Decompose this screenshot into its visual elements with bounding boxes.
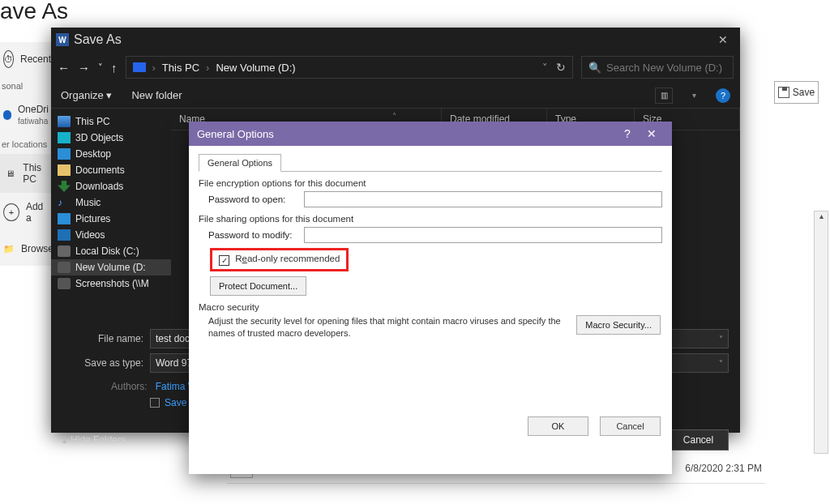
forward-button[interactable]: →	[78, 61, 90, 75]
chevron-right-icon: ›	[206, 62, 209, 74]
tree-local-disk-c[interactable]: Local Disk (C:)	[51, 243, 171, 259]
chevron-down-icon[interactable]: ˅	[719, 359, 723, 368]
drive-icon	[58, 246, 71, 257]
sharing-section-label: File sharing options for this document	[199, 214, 662, 224]
add-label: Add a	[26, 201, 49, 224]
address-bar-row: ← → ˅ ↑ › This PC › New Volume (D:) ˅ ↻ …	[51, 52, 740, 83]
cancel-button[interactable]: Cancel	[600, 416, 661, 436]
macro-description: Adjust the security level for opening fi…	[208, 315, 567, 340]
chevron-down-icon[interactable]: ˅	[719, 335, 723, 344]
tree-label: Music	[75, 197, 101, 208]
onedrive-label: OneDri	[18, 104, 49, 115]
otherloc-header: er locations	[0, 135, 52, 154]
tree-documents[interactable]: Documents	[51, 162, 171, 178]
tree-videos[interactable]: Videos	[51, 227, 171, 243]
cloud-icon	[3, 110, 11, 120]
add-place-item[interactable]: + Add a	[0, 193, 52, 232]
save-as-title: Save As	[74, 32, 122, 47]
tree-screenshots[interactable]: Screenshots (\\M	[51, 275, 171, 292]
up-button[interactable]: ↑	[111, 61, 118, 75]
tree-new-volume-d[interactable]: New Volume (D:	[51, 259, 171, 275]
close-button[interactable]: ✕	[640, 127, 664, 140]
tree-label: Pictures	[75, 213, 110, 224]
floppy-icon	[778, 87, 789, 98]
general-options-body: General Options File encryption options …	[189, 146, 672, 446]
cancel-button[interactable]: Cancel	[668, 429, 729, 451]
authors-label: Authors:	[62, 381, 156, 392]
tree-label: Documents	[75, 164, 125, 176]
hide-folders-button[interactable]: Hide Folders	[62, 434, 126, 446]
help-button[interactable]: ?	[615, 127, 640, 140]
save-button[interactable]: Save	[774, 81, 819, 104]
password-open-input[interactable]	[304, 191, 662, 207]
breadcrumb[interactable]: New Volume (D:)	[216, 62, 295, 74]
help-button[interactable]: ?	[716, 88, 730, 103]
tree-3d-objects[interactable]: 3D Objects	[51, 130, 171, 146]
macro-section-label: Macro security	[199, 302, 662, 312]
recent-item[interactable]: ⏱ Recent	[0, 42, 52, 76]
tree-music[interactable]: ♪Music	[51, 194, 171, 211]
pc-icon	[133, 62, 146, 72]
onedrive-item[interactable]: OneDri fatiwaha	[0, 96, 52, 135]
password-open-label: Password to open:	[208, 194, 304, 204]
new-folder-button[interactable]: New folder	[131, 89, 182, 101]
scroll-up-icon[interactable]: ▴	[815, 211, 828, 224]
plus-icon: +	[3, 203, 19, 221]
save-button-label: Save	[793, 87, 815, 98]
browse-item[interactable]: 📁 Browse	[0, 232, 52, 266]
tree-label: New Volume (D:	[75, 262, 146, 273]
pc-icon	[58, 116, 71, 127]
savetype-label: Save as type:	[62, 357, 150, 369]
pictures-icon	[58, 213, 71, 224]
tree-this-pc[interactable]: This PC	[51, 113, 171, 130]
checkbox-icon	[150, 398, 160, 408]
search-icon: 🔍	[588, 62, 601, 74]
search-input[interactable]: 🔍 Search New Volume (D:)	[581, 56, 734, 79]
thispc-item[interactable]: 🖥 This PC	[0, 154, 52, 193]
filename-label: File name:	[62, 333, 150, 344]
list-item-date: 6/8/2020 2:31 PM	[685, 463, 762, 474]
general-options-tab[interactable]: General Options	[199, 154, 281, 172]
encryption-section-label: File encryption options for this documen…	[199, 178, 662, 188]
tree-pictures[interactable]: Pictures	[51, 211, 171, 227]
pc-icon: 🖥	[3, 164, 16, 182]
protect-document-button[interactable]: Protect Document...	[210, 276, 306, 296]
ok-button[interactable]: OK	[528, 416, 588, 436]
chevron-down-icon[interactable]: ˅	[542, 62, 548, 74]
tree-downloads[interactable]: Downloads	[51, 178, 171, 194]
organize-button[interactable]: Organize ▾	[61, 89, 112, 101]
tree-desktop[interactable]: Desktop	[51, 146, 171, 162]
macro-security-button[interactable]: Macro Security...	[576, 315, 661, 335]
password-modify-label: Password to modify:	[208, 230, 304, 240]
tree-label: 3D Objects	[75, 132, 123, 143]
tree-label: Videos	[75, 229, 105, 241]
readonly-checkbox[interactable]: ✓	[219, 255, 229, 266]
chevron-right-icon: ›	[152, 62, 156, 74]
recent-dropdown[interactable]: ˅	[98, 62, 103, 73]
close-button[interactable]: ✕	[711, 33, 735, 46]
folder-icon: 📁	[3, 240, 15, 258]
breadcrumb[interactable]: This PC	[162, 62, 199, 74]
tree-label: Local Disk (C:)	[75, 246, 139, 257]
drive-icon	[58, 262, 71, 273]
refresh-button[interactable]: ↻	[556, 61, 566, 74]
tree-label: Desktop	[75, 148, 111, 160]
hide-folders-label: Hide Folders	[71, 434, 126, 446]
network-drive-icon	[58, 278, 71, 289]
view-dropdown[interactable]: ▾	[692, 91, 696, 100]
general-options-titlebar[interactable]: General Options ? ✕	[189, 122, 672, 146]
backstage-scrollbar[interactable]: ▴	[814, 211, 828, 454]
sort-asc-icon: ˄	[392, 112, 396, 121]
view-options-button[interactable]: ▥	[655, 88, 673, 104]
personal-header: sonal	[0, 76, 52, 96]
tree-label: This PC	[75, 116, 110, 127]
back-button[interactable]: ←	[58, 61, 70, 75]
view-icon: ▥	[661, 91, 668, 100]
address-bar[interactable]: › This PC › New Volume (D:) ˅ ↻	[126, 56, 574, 79]
readonly-label: Read-only recommended	[235, 254, 340, 263]
password-modify-input[interactable]	[304, 227, 662, 243]
backstage-title: ave As	[0, 0, 68, 28]
save-as-titlebar[interactable]: W Save As ✕	[51, 28, 740, 52]
download-icon	[58, 181, 71, 192]
toolbar: Organize ▾ New folder ▥ ▾ ?	[51, 83, 740, 109]
